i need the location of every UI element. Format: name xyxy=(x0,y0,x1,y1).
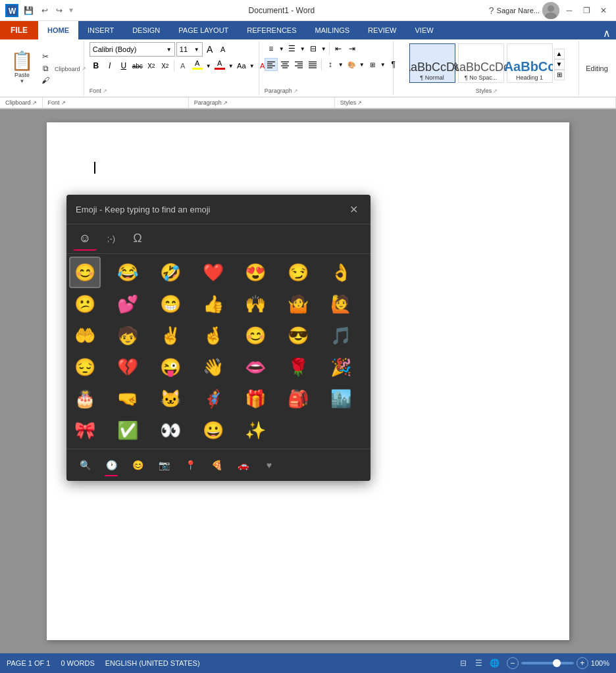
decrease-indent-button[interactable]: ⇤ xyxy=(332,42,345,55)
multilevel-button[interactable]: ⊟ xyxy=(307,42,320,55)
superscript-button[interactable]: X2 xyxy=(159,59,172,72)
tab-references[interactable]: REFERENCES xyxy=(238,21,305,39)
emoji-cell-25[interactable]: 👄 xyxy=(240,351,271,383)
align-left-button[interactable] xyxy=(265,58,278,71)
emoji-cell-12[interactable]: 🤷 xyxy=(282,288,314,320)
emoji-cell-9[interactable]: 😁 xyxy=(155,288,186,320)
font-size-arrow[interactable]: ▼ xyxy=(194,47,199,53)
borders-button[interactable]: ⊞ xyxy=(366,58,379,71)
tab-view[interactable]: VIEW xyxy=(406,21,443,39)
shading-button[interactable]: 🎨 xyxy=(345,58,358,71)
borders-dropdown[interactable]: ▼ xyxy=(380,58,386,71)
emoji-tab-smiley[interactable]: ☺ xyxy=(73,227,97,251)
emoji-cell-39[interactable]: ✨ xyxy=(240,414,271,446)
print-layout-button[interactable]: ⊟ xyxy=(457,657,470,670)
emoji-cell-28[interactable]: 🎂 xyxy=(69,383,101,414)
styles-expand-button[interactable]: ↗ xyxy=(493,88,498,94)
emoji-cell-24[interactable]: 👋 xyxy=(197,351,229,383)
document-page[interactable]: Emoji - Keep typing to find an emoji ✕ ☺… xyxy=(47,122,569,640)
tab-design[interactable]: DESIGN xyxy=(123,21,169,39)
emoji-cell-8[interactable]: 💕 xyxy=(112,288,143,320)
emoji-cell-32[interactable]: 🎁 xyxy=(240,383,271,414)
italic-button[interactable]: I xyxy=(103,59,116,72)
font-color-dropdown[interactable]: ▼ xyxy=(228,59,234,72)
underline-button[interactable]: U xyxy=(117,59,130,72)
help-button[interactable]: ? xyxy=(489,5,494,16)
rl-font-expand[interactable]: ↗ xyxy=(61,100,66,106)
strikethrough-button[interactable]: abc xyxy=(131,59,144,72)
change-case-dropdown[interactable]: ▼ xyxy=(249,59,255,72)
zoom-thumb[interactable] xyxy=(553,659,561,667)
emoji-tab-symbols[interactable]: Ω xyxy=(126,227,149,251)
font-name-selector[interactable]: Calibri (Body) ▼ xyxy=(90,42,175,57)
font-grow-button[interactable]: A xyxy=(204,43,216,55)
font-shrink-button[interactable]: A xyxy=(217,43,229,55)
minimize-button[interactable]: ─ xyxy=(562,3,577,18)
emoji-cell-5[interactable]: 😏 xyxy=(282,257,314,288)
increase-indent-button[interactable]: ⇥ xyxy=(346,42,359,55)
emoji-cell-36[interactable]: ✅ xyxy=(112,414,143,446)
emoji-cell-17[interactable]: 🤞 xyxy=(197,320,229,351)
emoji-cell-20[interactable]: 🎵 xyxy=(325,320,357,351)
emoji-cell-13[interactable]: 🙋 xyxy=(325,288,357,320)
emoji-cell-3[interactable]: ❤️ xyxy=(197,257,229,288)
emoji-cell-7[interactable]: 😕 xyxy=(69,288,101,320)
rl-clipboard-expand[interactable]: ↗ xyxy=(32,100,37,106)
restore-button[interactable]: ❐ xyxy=(579,3,594,18)
tab-review[interactable]: REVIEW xyxy=(359,21,405,39)
text-effects-button[interactable]: A xyxy=(176,59,190,72)
highlight-color-button[interactable]: A xyxy=(190,59,205,72)
tab-file[interactable]: FILE xyxy=(0,21,38,39)
web-layout-button[interactable]: 🌐 xyxy=(488,657,501,670)
emoji-cell-29[interactable]: 🤜 xyxy=(112,383,143,414)
paste-button[interactable]: 📋 Paste ▼ xyxy=(7,51,38,86)
save-button[interactable]: 💾 xyxy=(21,5,36,16)
line-spacing-dropdown[interactable]: ▼ xyxy=(338,58,344,71)
format-painter-button[interactable]: 🖌 xyxy=(39,74,52,86)
tab-insert[interactable]: INSERT xyxy=(78,21,123,39)
emoji-food-tab[interactable]: 🍕 xyxy=(205,453,228,477)
style-heading1[interactable]: AaBbCc Heading 1 xyxy=(507,43,553,83)
undo-button[interactable]: ↩ xyxy=(39,5,51,16)
line-spacing-button[interactable]: ↕ xyxy=(324,58,337,71)
tab-page-layout[interactable]: PAGE LAYOUT xyxy=(169,21,238,39)
emoji-cell-35[interactable]: 🎀 xyxy=(69,414,101,446)
font-color-button[interactable]: A xyxy=(213,59,227,72)
emoji-cell-4[interactable]: 😍 xyxy=(240,257,271,288)
emoji-cell-26[interactable]: 🌹 xyxy=(282,351,314,383)
font-size-selector[interactable]: 11 ▼ xyxy=(176,42,203,57)
emoji-cell-19[interactable]: 😎 xyxy=(282,320,314,351)
emoji-cell-38[interactable]: 😀 xyxy=(197,414,229,446)
emoji-close-button[interactable]: ✕ xyxy=(346,201,361,217)
emoji-cell-15[interactable]: 🧒 xyxy=(112,320,143,351)
style-normal[interactable]: AaBbCcDd ¶ Normal xyxy=(409,43,455,83)
bullets-button[interactable]: ≡ xyxy=(265,42,278,55)
change-case-button[interactable]: Aa xyxy=(235,59,248,72)
emoji-cell-14[interactable]: 🤲 xyxy=(69,320,101,351)
ribbon-collapse-button[interactable]: ∧ xyxy=(603,27,611,39)
rl-styles-expand[interactable]: ↗ xyxy=(357,100,362,106)
numbering-button[interactable]: ☰ xyxy=(286,42,299,55)
quick-access-more[interactable]: ▼ xyxy=(68,7,74,14)
emoji-tab-text[interactable]: ;-) xyxy=(99,227,123,251)
emoji-cell-0[interactable]: 😊 xyxy=(69,257,101,288)
bold-button[interactable]: B xyxy=(90,59,103,72)
zoom-slider[interactable] xyxy=(521,662,574,664)
styles-scroll-up[interactable]: ▲ xyxy=(554,49,565,59)
align-center-button[interactable] xyxy=(278,58,292,71)
shading-dropdown[interactable]: ▼ xyxy=(359,58,365,71)
emoji-cell-1[interactable]: 😂 xyxy=(112,257,143,288)
emoji-cell-34[interactable]: 🏙️ xyxy=(325,383,357,414)
justify-button[interactable] xyxy=(306,58,319,71)
emoji-cell-27[interactable]: 🎉 xyxy=(325,351,357,383)
emoji-people-tab[interactable]: 📷 xyxy=(152,453,176,477)
font-expand-button[interactable]: ↗ xyxy=(103,88,107,94)
redo-button[interactable]: ↪ xyxy=(53,5,65,16)
zoom-out-button[interactable]: − xyxy=(507,657,519,669)
subscript-button[interactable]: X2 xyxy=(145,59,158,72)
read-mode-button[interactable]: ☰ xyxy=(473,657,486,670)
emoji-search-tab[interactable]: 🔍 xyxy=(73,453,97,477)
paste-dropdown-arrow[interactable]: ▼ xyxy=(20,78,25,84)
bullets-dropdown[interactable]: ▼ xyxy=(278,42,285,55)
emoji-cell-37[interactable]: 👀 xyxy=(155,414,186,446)
